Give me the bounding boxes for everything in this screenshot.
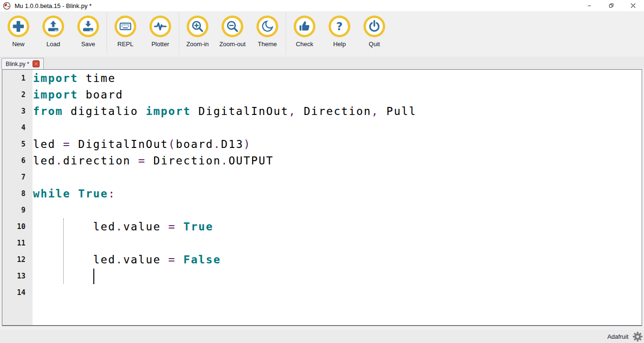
code-line-4[interactable]: [33, 120, 642, 136]
power-icon: [367, 19, 381, 33]
code-line-1[interactable]: import time: [33, 70, 642, 87]
help-button-circle: [329, 16, 350, 37]
code-line-6[interactable]: led.direction = Direction.OUTPUT: [33, 153, 642, 169]
code-line-11[interactable]: [33, 235, 642, 252]
theme-button[interactable]: Theme: [250, 11, 285, 48]
line-number: 3: [2, 103, 33, 120]
tab-close-button[interactable]: [33, 60, 40, 67]
indent-guide: [63, 219, 64, 284]
line-number: 2: [2, 87, 33, 103]
moon-icon: [260, 19, 274, 33]
zoom-out-icon: [225, 19, 239, 33]
zoom-in-button-label: Zoom-in: [186, 41, 209, 48]
window-controls: [579, 0, 644, 11]
mode-label: Adafruit: [607, 333, 628, 340]
tab-bar: Blink.py *: [0, 57, 644, 69]
zoom-in-icon: [190, 19, 205, 33]
check-button-label: Check: [296, 41, 314, 48]
line-number: 4: [2, 120, 33, 136]
quit-button-label: Quit: [369, 41, 380, 48]
code-line-9[interactable]: [33, 202, 642, 219]
toolbar: NewLoadSaveREPLPlotterZoom-inZoom-outThe…: [0, 11, 644, 57]
close-icon: [34, 62, 38, 66]
load-button-label: Load: [47, 41, 60, 48]
theme-button-circle: [256, 16, 278, 37]
check-button-circle: [294, 16, 315, 37]
question-icon: [332, 19, 347, 33]
line-number: 8: [2, 186, 33, 202]
new-button-circle: [8, 16, 29, 37]
zoom-in-button[interactable]: Zoom-in: [180, 11, 215, 48]
code-line-8[interactable]: while True:: [33, 186, 642, 202]
save-button-label: Save: [81, 41, 95, 48]
code-line-3[interactable]: from digitalio import DigitalInOut, Dire…: [33, 103, 642, 120]
plotter-button[interactable]: Plotter: [143, 11, 178, 48]
zoom-out-button[interactable]: Zoom-out: [215, 11, 250, 48]
minimize-icon: [586, 2, 593, 9]
theme-button-label: Theme: [258, 41, 277, 48]
minimize-button[interactable]: [579, 0, 601, 11]
upload-icon: [46, 19, 60, 33]
zoom-out-button-circle: [222, 16, 243, 37]
zoom-out-button-label: Zoom-out: [219, 41, 246, 48]
code-line-2[interactable]: import board: [33, 87, 642, 103]
line-number: 11: [2, 235, 33, 252]
pulse-icon: [153, 19, 167, 33]
save-button[interactable]: Save: [71, 11, 106, 48]
toolbar-separator: [107, 12, 107, 55]
gutter: 1234567891011121314: [2, 70, 33, 325]
help-button[interactable]: Help: [322, 11, 357, 48]
line-number: 6: [2, 153, 33, 169]
tab-label: Blink.py *: [6, 61, 29, 67]
plotter-button-circle: [149, 16, 171, 37]
code-line-13[interactable]: [33, 268, 642, 285]
download-icon: [81, 19, 95, 33]
plus-icon: [11, 19, 25, 33]
help-button-label: Help: [333, 41, 346, 48]
line-number: 12: [2, 252, 33, 268]
close-x-icon: [630, 2, 636, 9]
code-line-12[interactable]: led.value = False: [33, 252, 642, 268]
code-line-5[interactable]: led = DigitalInOut(board.D13): [33, 136, 642, 153]
title-bar: Mu 1.0.0.beta.15 - Blink.py *: [0, 0, 644, 11]
line-number: 14: [2, 285, 33, 301]
window-title: Mu 1.0.0.beta.15 - Blink.py *: [15, 2, 91, 9]
code-line-10[interactable]: led.value = True: [33, 219, 642, 235]
text-cursor: [93, 269, 94, 284]
status-bar: Adafruit: [0, 330, 644, 343]
line-number: 9: [2, 202, 33, 219]
quit-button-circle: [363, 16, 385, 37]
mu-logo-icon: [3, 2, 11, 10]
new-button-label: New: [12, 41, 25, 48]
gear-icon[interactable]: [632, 331, 644, 343]
keyboard-icon: [118, 19, 132, 33]
line-number: 13: [2, 268, 33, 285]
line-number: 1: [2, 70, 33, 87]
restore-button[interactable]: [601, 0, 622, 11]
line-number: 5: [2, 136, 33, 153]
zoom-in-button-circle: [187, 16, 208, 37]
code-editor[interactable]: 1234567891011121314 import timeimport bo…: [2, 69, 642, 326]
code-lines[interactable]: import timeimport boardfrom digitalio im…: [33, 70, 642, 325]
restore-icon: [608, 2, 615, 9]
thumbs-up-icon: [297, 19, 312, 33]
toolbar-separator: [179, 12, 179, 55]
plotter-button-label: Plotter: [151, 41, 169, 48]
repl-button-circle: [115, 16, 136, 37]
load-button[interactable]: Load: [36, 11, 71, 48]
quit-button[interactable]: Quit: [357, 11, 392, 48]
line-number: 10: [2, 219, 33, 235]
new-button[interactable]: New: [1, 11, 36, 48]
tab-blink-py[interactable]: Blink.py *: [1, 58, 44, 69]
code-line-14[interactable]: [33, 285, 642, 301]
check-button[interactable]: Check: [287, 11, 322, 48]
save-button-circle: [77, 16, 99, 37]
repl-button[interactable]: REPL: [108, 11, 143, 48]
toolbar-separator: [286, 12, 286, 55]
code-line-7[interactable]: [33, 169, 642, 186]
repl-button-label: REPL: [117, 41, 133, 48]
load-button-circle: [42, 16, 64, 37]
line-number: 7: [2, 169, 33, 186]
close-button[interactable]: [622, 0, 644, 11]
